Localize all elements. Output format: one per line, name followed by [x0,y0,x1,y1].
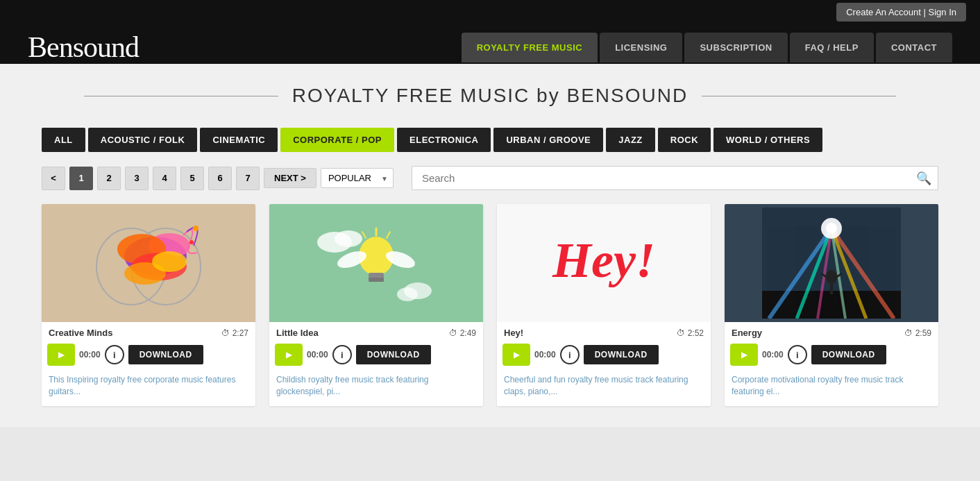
genre-electronica[interactable]: ELECTRONICA [397,128,491,152]
card-info-row-creative-minds: Creative Minds ⏱ 2:27 [42,322,255,341]
svg-rect-16 [369,273,384,278]
card-info-row-hey: Hey! ⏱ 2:52 [497,322,711,341]
page-1-button[interactable]: 1 [69,167,93,190]
genre-all[interactable]: ALL [42,128,85,152]
card-desc-hey: Cheerful and fun royalty free music trac… [497,371,711,406]
nav-royalty-free-music[interactable]: ROYALTY FREE MUSIC [462,33,598,62]
time-display-hey: 00:00 [534,350,556,360]
page-3-button[interactable]: 3 [125,167,149,190]
card-thumb-hey: Hey! [497,204,711,322]
energy-thumb-svg [762,208,901,319]
card-creative-minds: Creative Minds ⏱ 2:27 ▶ 00:00 i DOWNLOAD… [42,204,255,406]
genre-rock[interactable]: ROCK [658,128,711,152]
genre-acoustic-folk[interactable]: ACOUSTIC / FOLK [88,128,198,152]
card-thumb-little-idea [269,204,483,322]
play-button-creative-minds[interactable]: ▶ [47,344,75,366]
card-controls-creative-minds: ▶ 00:00 i DOWNLOAD [42,341,255,371]
clock-icon-1: ⏱ [221,328,230,338]
little-idea-thumb-svg [307,208,446,319]
sort-wrapper: POPULAR NEWEST OLDEST [321,168,394,188]
svg-point-7 [152,251,187,272]
download-button-hey[interactable]: DOWNLOAD [584,345,659,364]
info-button-hey[interactable]: i [560,345,580,364]
card-thumb-energy [725,204,938,322]
genre-jazz[interactable]: JAZZ [606,128,655,152]
card-little-idea: Little Idea ⏱ 2:49 ▶ 00:00 i DOWNLOAD Ch… [269,204,483,406]
svg-point-34 [826,223,837,234]
genre-world-others[interactable]: WORLD / OTHERS [713,128,822,152]
header: Bensound ROYALTY FREE MUSIC LICENSING SU… [0,24,980,64]
genre-urban-groove[interactable]: URBAN / GROOVE [493,128,603,152]
play-button-little-idea[interactable]: ▶ [275,344,303,366]
controls-row: < 1 2 3 4 5 6 7 NEXT > POPULAR NEWEST OL… [42,166,938,190]
card-info-row-energy: Energy ⏱ 2:59 [725,322,938,341]
info-button-creative-minds[interactable]: i [105,345,124,364]
cards-grid: Creative Minds ⏱ 2:27 ▶ 00:00 i DOWNLOAD… [42,204,938,406]
play-button-energy[interactable]: ▶ [730,344,758,366]
time-display-creative-minds: 00:00 [79,350,101,360]
card-desc-creative-minds: This Inspiring royalty free corporate mu… [42,371,255,406]
card-controls-little-idea: ▶ 00:00 i DOWNLOAD [269,341,483,371]
page-4-button[interactable]: 4 [153,167,176,190]
time-display-little-idea: 00:00 [307,350,328,360]
card-title-little-idea: Little Idea [276,328,319,338]
page-title: ROYALTY FREE MUSIC by BENSOUND [42,85,938,107]
page-7-button[interactable]: 7 [236,167,260,190]
card-title-energy: Energy [732,328,762,338]
genre-cinematic[interactable]: CINEMATIC [200,128,278,152]
info-button-energy[interactable]: i [788,345,807,364]
creative-minds-thumb-svg [79,208,218,319]
time-display-energy: 00:00 [762,350,784,360]
svg-point-14 [397,287,418,301]
card-energy: Energy ⏱ 2:59 ▶ 00:00 i DOWNLOAD Corpora… [725,204,938,406]
genre-corporate-pop[interactable]: CORPORATE / POP [280,128,394,152]
page-5-button[interactable]: 5 [180,167,204,190]
prev-page-button[interactable]: < [42,167,65,190]
main-content: ROYALTY FREE MUSIC by BENSOUND ALL ACOUS… [0,64,980,427]
card-duration-hey: ⏱ 2:52 [677,328,704,338]
card-desc-energy: Corporate motivational royalty free musi… [725,371,938,406]
main-nav: ROYALTY FREE MUSIC LICENSING SUBSCRIPTIO… [459,33,952,62]
card-title-hey: Hey! [504,328,523,338]
next-page-button[interactable]: NEXT > [264,168,316,188]
page-6-button[interactable]: 6 [208,167,232,190]
info-button-little-idea[interactable]: i [332,345,352,364]
card-duration-creative-minds: ⏱ 2:27 [221,328,248,338]
nav-faq-help[interactable]: FAQ / HELP [790,33,874,62]
sort-select[interactable]: POPULAR NEWEST OLDEST [321,168,394,188]
card-duration-little-idea: ⏱ 2:49 [449,328,476,338]
svg-point-9 [189,240,194,244]
card-info-row-little-idea: Little Idea ⏱ 2:49 [269,322,483,341]
play-button-hey[interactable]: ▶ [502,344,530,366]
search-icon: 🔍 [916,171,931,186]
top-bar: Create An Account | Sign In [0,0,980,24]
card-controls-hey: ▶ 00:00 i DOWNLOAD [497,341,711,371]
download-button-little-idea[interactable]: DOWNLOAD [356,345,431,364]
card-hey: Hey! Hey! ⏱ 2:52 ▶ 00:00 i DOWNLOAD Chee… [497,204,711,406]
clock-icon-2: ⏱ [449,328,457,338]
account-signin-link[interactable]: Create An Account | Sign In [836,3,966,22]
card-desc-little-idea: Childish royalty free music track featur… [269,371,483,406]
svg-rect-17 [369,278,384,282]
card-title-creative-minds: Creative Minds [49,328,112,338]
clock-icon-3: ⏱ [677,328,685,338]
svg-point-12 [335,230,362,247]
svg-point-8 [193,226,198,231]
card-duration-energy: ⏱ 2:59 [904,328,931,338]
download-button-creative-minds[interactable]: DOWNLOAD [128,345,203,364]
page-2-button[interactable]: 2 [97,167,121,190]
svg-text:Hey!: Hey! [552,233,655,288]
clock-icon-4: ⏱ [904,328,913,338]
card-thumb-creative-minds [42,204,255,322]
hey-thumb-svg: Hey! [534,208,673,319]
search-input[interactable] [412,166,938,190]
logo: Bensound [28,31,459,64]
card-controls-energy: ▶ 00:00 i DOWNLOAD [725,341,938,371]
nav-contact[interactable]: CONTACT [876,33,952,62]
nav-licensing[interactable]: LICENSING [600,33,682,62]
download-button-energy[interactable]: DOWNLOAD [811,345,886,364]
search-wrapper: 🔍 [412,166,938,190]
genre-tabs: ALL ACOUSTIC / FOLK CINEMATIC CORPORATE … [42,128,938,152]
nav-subscription[interactable]: SUBSCRIPTION [684,33,787,62]
